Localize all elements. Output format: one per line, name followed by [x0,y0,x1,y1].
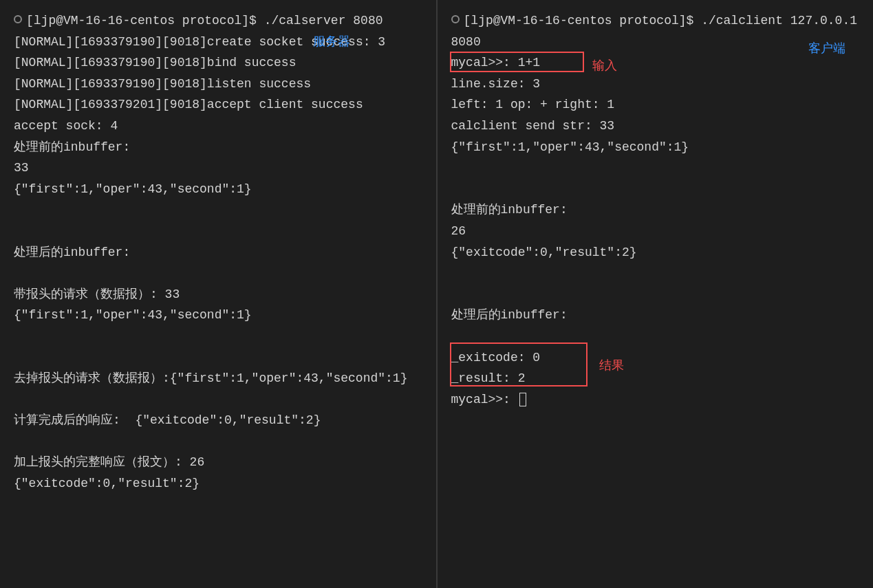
terminal-line: {"first":1,"oper":43,"second":1} [14,179,422,200]
status-circle-icon [451,15,460,23]
terminal-line: _result: 2 [451,368,860,389]
terminal-line: {"exitcode":0,"result":2} [14,473,422,494]
terminal-line [14,199,422,221]
annotation-server-label: 服务器 [313,31,350,52]
terminal-line: {"first":1,"oper":43,"second":1} [14,305,422,326]
terminal-line [14,221,422,242]
terminal-line [451,263,860,284]
terminal-line [14,263,422,284]
terminal-line: 处理后的inbuffer: [14,242,422,263]
terminal-line: line.size: 3 [451,74,860,95]
terminal-prompt: mycal>>: [451,393,518,406]
terminal-line: 处理前的inbuffer: [451,199,860,221]
terminal-pane-client[interactable]: [ljp@VM-16-16-centos protocol]$ ./calcli… [438,0,874,588]
terminal-line: calclient send str: 33 [451,116,860,137]
terminal-line [14,347,422,369]
terminal-line: 计算完成后的响应: {"exitcode":0,"result":2} [14,410,422,431]
annotation-result-label: 结果 [599,355,624,376]
terminal-line [14,431,422,453]
terminal-line: mycal>>: 1+1 [451,52,860,74]
terminal-line: 去掉报头的请求（数据报）:{"first":1,"oper":43,"secon… [14,368,422,389]
terminal-line: [NORMAL][1693379190][9018]listen success [14,74,422,95]
terminal-line [14,389,422,411]
terminal-line: accept sock: 4 [14,116,422,137]
terminal-line: [NORMAL][1693379190][9018]bind success [14,52,422,74]
terminal-line: 处理后的inbuffer: [451,305,860,326]
terminal-line: [NORMAL][1693379201][9018]accept client … [14,94,422,116]
cursor-icon [519,393,526,406]
terminal-line: 26 [451,221,860,242]
terminal-line: 处理前的inbuffer: [14,137,422,158]
terminal-line: _exitcode: 0 [451,347,860,369]
terminal-line [451,179,860,200]
terminal-line: {"first":1,"oper":43,"second":1} [451,137,860,158]
terminal-line: [NORMAL][1693379190][9018]create socket … [14,32,422,53]
terminal-line: [ljp@VM-16-16-centos protocol]$ ./calser… [26,14,382,28]
terminal-line [14,326,422,347]
terminal-line [451,326,860,347]
annotation-input-label: 输入 [592,55,617,76]
terminal-line: 加上报头的完整响应（报文）: 26 [14,452,422,473]
status-circle-icon [14,15,22,23]
terminal-line: 33 [14,157,422,179]
terminal-line [451,284,860,305]
annotation-client-label: 客户端 [808,38,845,59]
terminal-line: {"exitcode":0,"result":2} [451,242,860,263]
terminal-pane-server[interactable]: [ljp@VM-16-16-centos protocol]$ ./calser… [0,0,438,588]
terminal-line: left: 1 op: + right: 1 [451,94,860,116]
terminal-line: 带报头的请求（数据报）: 33 [14,284,422,305]
terminal-line [451,157,860,179]
terminal-line: [ljp@VM-16-16-centos protocol]$ ./calcli… [451,14,865,49]
